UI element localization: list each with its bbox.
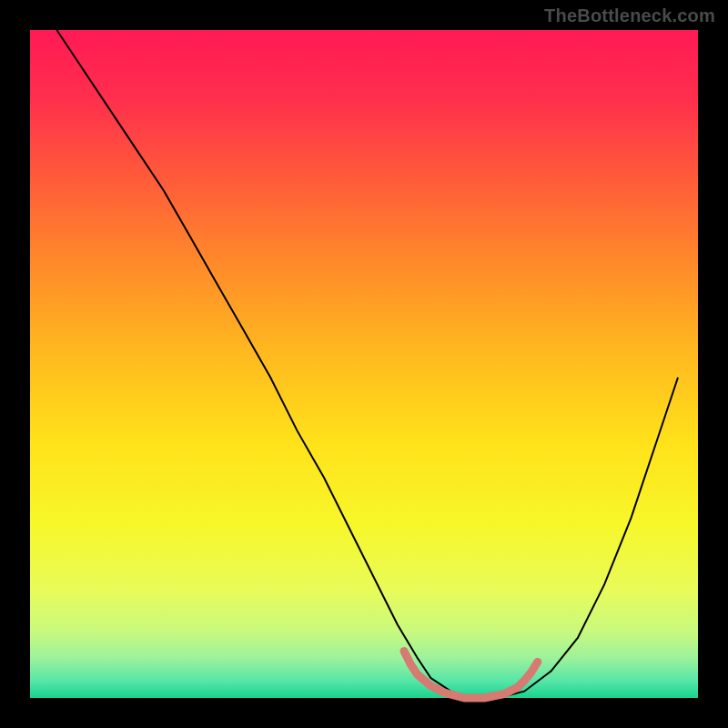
chart-svg: [0, 0, 728, 728]
chart-frame: TheBottleneck.com: [0, 0, 728, 728]
watermark-text: TheBottleneck.com: [544, 5, 715, 26]
